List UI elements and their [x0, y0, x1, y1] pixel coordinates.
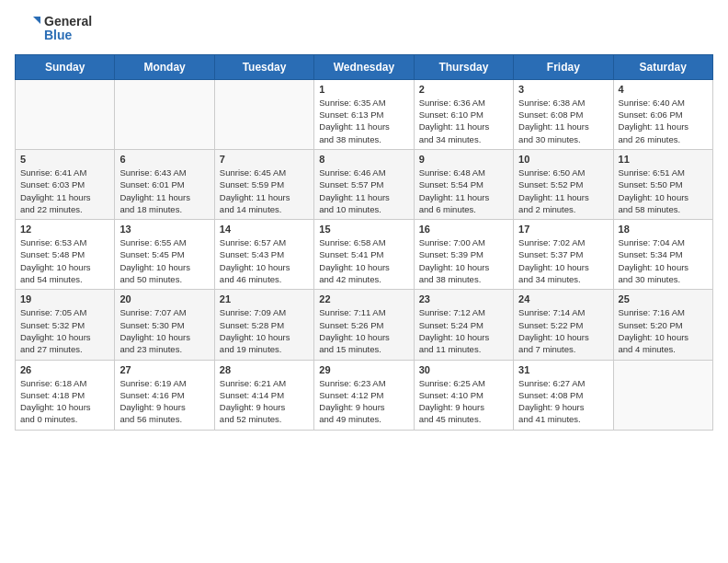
calendar-day-cell: 3Sunrise: 6:38 AMSunset: 6:08 PMDaylight… [514, 79, 613, 149]
calendar-day-cell: 27Sunrise: 6:19 AMSunset: 4:16 PMDayligh… [115, 360, 214, 430]
calendar-day-cell: 30Sunrise: 6:25 AMSunset: 4:10 PMDayligh… [414, 360, 513, 430]
calendar-week-row: 12Sunrise: 6:53 AMSunset: 5:48 PMDayligh… [16, 220, 713, 290]
day-number: 4 [619, 84, 708, 95]
day-info: Sunrise: 7:12 AMSunset: 5:24 PMDaylight:… [419, 306, 508, 355]
day-info: Sunrise: 6:18 AMSunset: 4:18 PMDaylight:… [20, 377, 109, 426]
calendar-week-row: 1Sunrise: 6:35 AMSunset: 6:13 PMDaylight… [16, 79, 713, 149]
day-info: Sunrise: 7:02 AMSunset: 5:37 PMDaylight:… [518, 236, 608, 285]
day-info: Sunrise: 7:14 AMSunset: 5:22 PMDaylight:… [518, 306, 608, 355]
day-info: Sunrise: 6:57 AMSunset: 5:43 PMDaylight:… [220, 236, 309, 285]
day-info: Sunrise: 6:23 AMSunset: 4:12 PMDaylight:… [319, 377, 408, 426]
logo-line1: General [44, 15, 92, 29]
calendar-week-row: 5Sunrise: 6:41 AMSunset: 6:03 PMDaylight… [16, 149, 713, 219]
weekday-header: Monday [115, 54, 214, 79]
day-number: 5 [20, 154, 109, 165]
calendar-day-cell: 18Sunrise: 7:04 AMSunset: 5:34 PMDayligh… [613, 220, 712, 290]
calendar-day-cell: 23Sunrise: 7:12 AMSunset: 5:24 PMDayligh… [414, 290, 513, 360]
day-info: Sunrise: 7:07 AMSunset: 5:30 PMDaylight:… [119, 306, 209, 355]
day-number: 30 [419, 364, 508, 375]
day-info: Sunrise: 6:45 AMSunset: 5:59 PMDaylight:… [220, 167, 309, 215]
calendar-day-cell: 26Sunrise: 6:18 AMSunset: 4:18 PMDayligh… [16, 360, 115, 430]
day-number: 14 [220, 224, 309, 235]
calendar-day-cell: 8Sunrise: 6:46 AMSunset: 5:57 PMDaylight… [314, 149, 414, 219]
day-info: Sunrise: 6:58 AMSunset: 5:41 PMDaylight:… [319, 236, 408, 285]
calendar-day-cell: 24Sunrise: 7:14 AMSunset: 5:22 PMDayligh… [514, 290, 613, 360]
day-info: Sunrise: 7:04 AMSunset: 5:34 PMDaylight:… [619, 236, 708, 285]
weekday-header: Wednesday [314, 54, 414, 79]
calendar-day-cell: 25Sunrise: 7:16 AMSunset: 5:20 PMDayligh… [613, 290, 712, 360]
calendar-day-cell: 10Sunrise: 6:50 AMSunset: 5:52 PMDayligh… [514, 149, 613, 219]
day-number: 19 [20, 293, 109, 304]
calendar-week-row: 26Sunrise: 6:18 AMSunset: 4:18 PMDayligh… [16, 360, 713, 430]
day-number: 28 [220, 364, 309, 375]
calendar-day-cell [115, 79, 214, 149]
calendar-day-cell [613, 360, 712, 430]
weekday-header: Sunday [16, 54, 115, 79]
day-info: Sunrise: 6:38 AMSunset: 6:08 PMDaylight:… [518, 97, 608, 145]
calendar-day-cell: 22Sunrise: 7:11 AMSunset: 5:26 PMDayligh… [314, 290, 414, 360]
calendar-day-cell: 12Sunrise: 6:53 AMSunset: 5:48 PMDayligh… [16, 220, 115, 290]
weekday-header: Thursday [414, 54, 513, 79]
day-info: Sunrise: 6:41 AMSunset: 6:03 PMDaylight:… [20, 167, 109, 215]
calendar-day-cell: 28Sunrise: 6:21 AMSunset: 4:14 PMDayligh… [214, 360, 313, 430]
day-info: Sunrise: 7:05 AMSunset: 5:32 PMDaylight:… [20, 306, 109, 355]
calendar-day-cell: 6Sunrise: 6:43 AMSunset: 6:01 PMDaylight… [115, 149, 214, 219]
weekday-header: Tuesday [214, 54, 313, 79]
day-number: 17 [518, 224, 608, 235]
calendar-day-cell: 2Sunrise: 6:36 AMSunset: 6:10 PMDaylight… [414, 79, 513, 149]
day-info: Sunrise: 6:48 AMSunset: 5:54 PMDaylight:… [419, 167, 508, 215]
calendar-day-cell: 19Sunrise: 7:05 AMSunset: 5:32 PMDayligh… [16, 290, 115, 360]
day-number: 16 [419, 224, 508, 235]
calendar-day-cell: 29Sunrise: 6:23 AMSunset: 4:12 PMDayligh… [314, 360, 414, 430]
calendar-day-cell: 31Sunrise: 6:27 AMSunset: 4:08 PMDayligh… [514, 360, 613, 430]
day-info: Sunrise: 7:09 AMSunset: 5:28 PMDaylight:… [220, 306, 309, 355]
day-info: Sunrise: 6:50 AMSunset: 5:52 PMDaylight:… [518, 167, 608, 215]
weekday-header: Friday [514, 54, 613, 79]
day-number: 10 [518, 154, 608, 165]
day-number: 15 [319, 224, 408, 235]
day-number: 26 [20, 364, 109, 375]
day-info: Sunrise: 7:00 AMSunset: 5:39 PMDaylight:… [419, 236, 508, 285]
weekday-header: Saturday [613, 54, 712, 79]
day-number: 13 [119, 224, 209, 235]
calendar-day-cell: 14Sunrise: 6:57 AMSunset: 5:43 PMDayligh… [214, 220, 313, 290]
day-info: Sunrise: 6:21 AMSunset: 4:14 PMDaylight:… [220, 377, 309, 426]
day-info: Sunrise: 6:36 AMSunset: 6:10 PMDaylight:… [419, 97, 508, 145]
calendar-table: SundayMondayTuesdayWednesdayThursdayFrid… [15, 54, 713, 431]
day-number: 11 [619, 154, 708, 165]
day-info: Sunrise: 6:55 AMSunset: 5:45 PMDaylight:… [119, 236, 209, 285]
calendar-day-cell: 4Sunrise: 6:40 AMSunset: 6:06 PMDaylight… [613, 79, 712, 149]
calendar-day-cell: 20Sunrise: 7:07 AMSunset: 5:30 PMDayligh… [115, 290, 214, 360]
day-info: Sunrise: 6:40 AMSunset: 6:06 PMDaylight:… [619, 97, 708, 145]
day-number: 24 [518, 293, 608, 304]
svg-marker-0 [33, 17, 40, 24]
calendar-day-cell: 5Sunrise: 6:41 AMSunset: 6:03 PMDaylight… [16, 149, 115, 219]
day-number: 7 [220, 154, 309, 165]
logo-text-block: General Blue [15, 15, 92, 43]
calendar-day-cell: 11Sunrise: 6:51 AMSunset: 5:50 PMDayligh… [613, 149, 712, 219]
day-number: 2 [419, 84, 508, 95]
day-number: 20 [119, 293, 209, 304]
day-info: Sunrise: 6:46 AMSunset: 5:57 PMDaylight:… [319, 167, 408, 215]
day-number: 23 [419, 293, 508, 304]
day-number: 8 [319, 154, 408, 165]
logo-line2: Blue [44, 29, 92, 42]
day-info: Sunrise: 7:16 AMSunset: 5:20 PMDaylight:… [619, 306, 708, 355]
day-info: Sunrise: 6:43 AMSunset: 6:01 PMDaylight:… [119, 167, 209, 215]
calendar-day-cell [214, 79, 313, 149]
calendar-day-cell: 15Sunrise: 6:58 AMSunset: 5:41 PMDayligh… [314, 220, 414, 290]
day-info: Sunrise: 6:51 AMSunset: 5:50 PMDaylight:… [619, 167, 708, 215]
day-number: 29 [319, 364, 408, 375]
day-number: 12 [20, 224, 109, 235]
calendar-day-cell: 9Sunrise: 6:48 AMSunset: 5:54 PMDaylight… [414, 149, 513, 219]
day-number: 22 [319, 293, 408, 304]
day-number: 6 [119, 154, 209, 165]
day-number: 18 [619, 224, 708, 235]
day-number: 3 [518, 84, 608, 95]
calendar-day-cell: 1Sunrise: 6:35 AMSunset: 6:13 PMDaylight… [314, 79, 414, 149]
calendar-day-cell: 7Sunrise: 6:45 AMSunset: 5:59 PMDaylight… [214, 149, 313, 219]
day-info: Sunrise: 6:27 AMSunset: 4:08 PMDaylight:… [518, 377, 608, 426]
calendar-day-cell: 17Sunrise: 7:02 AMSunset: 5:37 PMDayligh… [514, 220, 613, 290]
logo: General Blue [15, 15, 92, 43]
calendar-day-cell: 16Sunrise: 7:00 AMSunset: 5:39 PMDayligh… [414, 220, 513, 290]
